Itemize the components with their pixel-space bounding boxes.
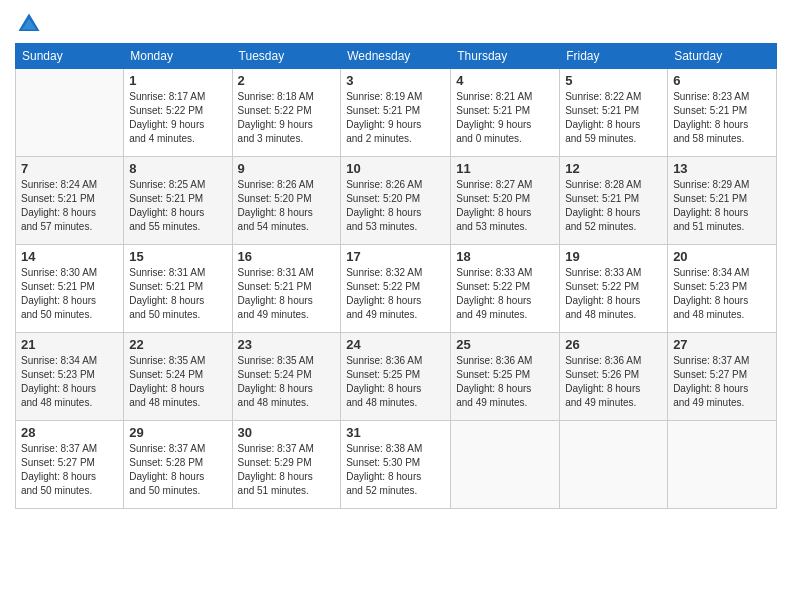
day-number: 25 xyxy=(456,337,554,352)
day-number: 3 xyxy=(346,73,445,88)
day-number: 15 xyxy=(129,249,226,264)
day-info: Sunrise: 8:17 AM Sunset: 5:22 PM Dayligh… xyxy=(129,90,226,146)
calendar-cell: 7Sunrise: 8:24 AM Sunset: 5:21 PM Daylig… xyxy=(16,157,124,245)
calendar-cell: 3Sunrise: 8:19 AM Sunset: 5:21 PM Daylig… xyxy=(341,69,451,157)
day-number: 30 xyxy=(238,425,336,440)
day-number: 1 xyxy=(129,73,226,88)
calendar-cell: 2Sunrise: 8:18 AM Sunset: 5:22 PM Daylig… xyxy=(232,69,341,157)
calendar-cell: 19Sunrise: 8:33 AM Sunset: 5:22 PM Dayli… xyxy=(560,245,668,333)
day-number: 24 xyxy=(346,337,445,352)
day-info: Sunrise: 8:38 AM Sunset: 5:30 PM Dayligh… xyxy=(346,442,445,498)
day-number: 14 xyxy=(21,249,118,264)
calendar-cell: 18Sunrise: 8:33 AM Sunset: 5:22 PM Dayli… xyxy=(451,245,560,333)
calendar-cell: 26Sunrise: 8:36 AM Sunset: 5:26 PM Dayli… xyxy=(560,333,668,421)
day-number: 11 xyxy=(456,161,554,176)
calendar-cell: 30Sunrise: 8:37 AM Sunset: 5:29 PM Dayli… xyxy=(232,421,341,509)
weekday-header-wednesday: Wednesday xyxy=(341,44,451,69)
calendar-table: SundayMondayTuesdayWednesdayThursdayFrid… xyxy=(15,43,777,509)
day-info: Sunrise: 8:26 AM Sunset: 5:20 PM Dayligh… xyxy=(238,178,336,234)
calendar-cell: 23Sunrise: 8:35 AM Sunset: 5:24 PM Dayli… xyxy=(232,333,341,421)
day-number: 9 xyxy=(238,161,336,176)
day-info: Sunrise: 8:35 AM Sunset: 5:24 PM Dayligh… xyxy=(129,354,226,410)
calendar-cell: 27Sunrise: 8:37 AM Sunset: 5:27 PM Dayli… xyxy=(668,333,777,421)
day-number: 5 xyxy=(565,73,662,88)
day-info: Sunrise: 8:33 AM Sunset: 5:22 PM Dayligh… xyxy=(565,266,662,322)
day-info: Sunrise: 8:37 AM Sunset: 5:27 PM Dayligh… xyxy=(673,354,771,410)
day-info: Sunrise: 8:31 AM Sunset: 5:21 PM Dayligh… xyxy=(129,266,226,322)
day-info: Sunrise: 8:29 AM Sunset: 5:21 PM Dayligh… xyxy=(673,178,771,234)
day-info: Sunrise: 8:32 AM Sunset: 5:22 PM Dayligh… xyxy=(346,266,445,322)
day-info: Sunrise: 8:34 AM Sunset: 5:23 PM Dayligh… xyxy=(21,354,118,410)
calendar-cell: 16Sunrise: 8:31 AM Sunset: 5:21 PM Dayli… xyxy=(232,245,341,333)
day-info: Sunrise: 8:36 AM Sunset: 5:25 PM Dayligh… xyxy=(346,354,445,410)
calendar-cell: 17Sunrise: 8:32 AM Sunset: 5:22 PM Dayli… xyxy=(341,245,451,333)
calendar-cell: 15Sunrise: 8:31 AM Sunset: 5:21 PM Dayli… xyxy=(124,245,232,333)
day-number: 21 xyxy=(21,337,118,352)
calendar-cell: 5Sunrise: 8:22 AM Sunset: 5:21 PM Daylig… xyxy=(560,69,668,157)
day-info: Sunrise: 8:23 AM Sunset: 5:21 PM Dayligh… xyxy=(673,90,771,146)
day-info: Sunrise: 8:25 AM Sunset: 5:21 PM Dayligh… xyxy=(129,178,226,234)
day-info: Sunrise: 8:19 AM Sunset: 5:21 PM Dayligh… xyxy=(346,90,445,146)
calendar-cell: 29Sunrise: 8:37 AM Sunset: 5:28 PM Dayli… xyxy=(124,421,232,509)
day-info: Sunrise: 8:22 AM Sunset: 5:21 PM Dayligh… xyxy=(565,90,662,146)
day-number: 29 xyxy=(129,425,226,440)
day-info: Sunrise: 8:37 AM Sunset: 5:27 PM Dayligh… xyxy=(21,442,118,498)
day-info: Sunrise: 8:27 AM Sunset: 5:20 PM Dayligh… xyxy=(456,178,554,234)
weekday-header-saturday: Saturday xyxy=(668,44,777,69)
day-info: Sunrise: 8:35 AM Sunset: 5:24 PM Dayligh… xyxy=(238,354,336,410)
day-info: Sunrise: 8:24 AM Sunset: 5:21 PM Dayligh… xyxy=(21,178,118,234)
weekday-header-thursday: Thursday xyxy=(451,44,560,69)
day-number: 18 xyxy=(456,249,554,264)
day-info: Sunrise: 8:21 AM Sunset: 5:21 PM Dayligh… xyxy=(456,90,554,146)
day-info: Sunrise: 8:36 AM Sunset: 5:26 PM Dayligh… xyxy=(565,354,662,410)
calendar-cell xyxy=(451,421,560,509)
day-number: 22 xyxy=(129,337,226,352)
day-info: Sunrise: 8:30 AM Sunset: 5:21 PM Dayligh… xyxy=(21,266,118,322)
header xyxy=(15,10,777,38)
calendar-header-row: SundayMondayTuesdayWednesdayThursdayFrid… xyxy=(16,44,777,69)
day-number: 4 xyxy=(456,73,554,88)
day-info: Sunrise: 8:33 AM Sunset: 5:22 PM Dayligh… xyxy=(456,266,554,322)
day-info: Sunrise: 8:26 AM Sunset: 5:20 PM Dayligh… xyxy=(346,178,445,234)
logo-icon xyxy=(15,10,43,38)
day-number: 20 xyxy=(673,249,771,264)
calendar-cell: 21Sunrise: 8:34 AM Sunset: 5:23 PM Dayli… xyxy=(16,333,124,421)
calendar-week-1: 1Sunrise: 8:17 AM Sunset: 5:22 PM Daylig… xyxy=(16,69,777,157)
day-number: 27 xyxy=(673,337,771,352)
page-container: SundayMondayTuesdayWednesdayThursdayFrid… xyxy=(0,0,792,519)
calendar-cell: 12Sunrise: 8:28 AM Sunset: 5:21 PM Dayli… xyxy=(560,157,668,245)
calendar-cell: 24Sunrise: 8:36 AM Sunset: 5:25 PM Dayli… xyxy=(341,333,451,421)
calendar-cell: 28Sunrise: 8:37 AM Sunset: 5:27 PM Dayli… xyxy=(16,421,124,509)
calendar-cell: 8Sunrise: 8:25 AM Sunset: 5:21 PM Daylig… xyxy=(124,157,232,245)
day-number: 28 xyxy=(21,425,118,440)
calendar-cell: 11Sunrise: 8:27 AM Sunset: 5:20 PM Dayli… xyxy=(451,157,560,245)
day-number: 31 xyxy=(346,425,445,440)
day-info: Sunrise: 8:18 AM Sunset: 5:22 PM Dayligh… xyxy=(238,90,336,146)
calendar-cell: 20Sunrise: 8:34 AM Sunset: 5:23 PM Dayli… xyxy=(668,245,777,333)
day-info: Sunrise: 8:34 AM Sunset: 5:23 PM Dayligh… xyxy=(673,266,771,322)
day-number: 17 xyxy=(346,249,445,264)
calendar-week-5: 28Sunrise: 8:37 AM Sunset: 5:27 PM Dayli… xyxy=(16,421,777,509)
calendar-cell xyxy=(16,69,124,157)
day-info: Sunrise: 8:31 AM Sunset: 5:21 PM Dayligh… xyxy=(238,266,336,322)
calendar-cell: 1Sunrise: 8:17 AM Sunset: 5:22 PM Daylig… xyxy=(124,69,232,157)
weekday-header-sunday: Sunday xyxy=(16,44,124,69)
day-number: 13 xyxy=(673,161,771,176)
day-number: 16 xyxy=(238,249,336,264)
day-number: 12 xyxy=(565,161,662,176)
calendar-cell xyxy=(668,421,777,509)
calendar-week-3: 14Sunrise: 8:30 AM Sunset: 5:21 PM Dayli… xyxy=(16,245,777,333)
day-number: 6 xyxy=(673,73,771,88)
day-info: Sunrise: 8:28 AM Sunset: 5:21 PM Dayligh… xyxy=(565,178,662,234)
calendar-cell: 13Sunrise: 8:29 AM Sunset: 5:21 PM Dayli… xyxy=(668,157,777,245)
logo xyxy=(15,10,47,38)
calendar-cell: 9Sunrise: 8:26 AM Sunset: 5:20 PM Daylig… xyxy=(232,157,341,245)
calendar-cell: 4Sunrise: 8:21 AM Sunset: 5:21 PM Daylig… xyxy=(451,69,560,157)
calendar-cell: 31Sunrise: 8:38 AM Sunset: 5:30 PM Dayli… xyxy=(341,421,451,509)
day-info: Sunrise: 8:37 AM Sunset: 5:28 PM Dayligh… xyxy=(129,442,226,498)
day-number: 7 xyxy=(21,161,118,176)
calendar-cell xyxy=(560,421,668,509)
weekday-header-friday: Friday xyxy=(560,44,668,69)
calendar-cell: 22Sunrise: 8:35 AM Sunset: 5:24 PM Dayli… xyxy=(124,333,232,421)
day-number: 10 xyxy=(346,161,445,176)
